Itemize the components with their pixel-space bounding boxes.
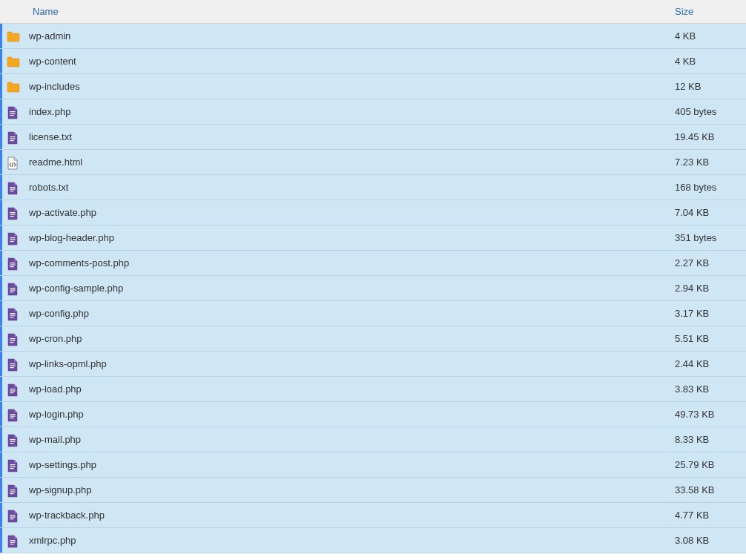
file-size: 33.58 KB: [675, 478, 746, 503]
table-row[interactable]: wp-links-opml.php2.44 KB: [0, 352, 746, 377]
file-icon: [7, 283, 20, 294]
folder-icon: [7, 56, 20, 67]
svg-rect-49: [10, 541, 16, 542]
table-row[interactable]: xmlrpc.php3.08 KB: [0, 528, 746, 553]
file-size: 7.04 KB: [675, 200, 746, 225]
svg-rect-42: [10, 490, 16, 490]
svg-rect-15: [10, 263, 16, 263]
svg-rect-18: [10, 288, 16, 289]
file-size: 4 KB: [675, 24, 746, 49]
table-row[interactable]: wp-signup.php33.58 KB: [0, 478, 746, 503]
file-name[interactable]: readme.html: [22, 150, 675, 175]
table-row[interactable]: wp-config-sample.php2.94 KB: [0, 276, 746, 301]
file-icon: [7, 409, 20, 421]
svg-rect-27: [10, 363, 16, 364]
svg-rect-9: [10, 212, 16, 213]
file-icon: [7, 308, 20, 320]
svg-rect-21: [10, 313, 16, 314]
file-size: 19.45 KB: [675, 125, 746, 150]
svg-rect-17: [10, 266, 14, 267]
table-row[interactable]: robots.txt168 bytes: [0, 175, 746, 200]
table-row[interactable]: wp-cron.php5.51 KB: [0, 326, 746, 352]
file-name[interactable]: xmlrpc.php: [22, 528, 675, 553]
file-icon: [7, 106, 20, 118]
table-row[interactable]: wp-settings.php25.79 KB: [0, 452, 746, 478]
table-row[interactable]: wp-includes12 KB: [0, 74, 746, 99]
svg-rect-30: [10, 389, 16, 389]
column-header-name[interactable]: Name: [0, 0, 675, 24]
svg-rect-40: [10, 466, 16, 467]
file-name[interactable]: wp-mail.php: [22, 427, 675, 452]
file-name[interactable]: wp-config-sample.php: [22, 276, 675, 301]
svg-rect-7: [10, 188, 16, 189]
file-icon: [7, 131, 20, 143]
svg-rect-24: [10, 338, 16, 339]
file-name[interactable]: wp-links-opml.php: [22, 352, 675, 377]
file-size: 168 bytes: [675, 175, 746, 200]
file-name[interactable]: wp-config.php: [22, 301, 675, 326]
svg-rect-44: [10, 493, 14, 494]
svg-rect-33: [10, 414, 16, 415]
table-row[interactable]: wp-content4 KB: [0, 49, 746, 74]
table-row[interactable]: wp-config.php3.17 KB: [0, 301, 746, 326]
file-name[interactable]: wp-settings.php: [22, 452, 675, 478]
svg-rect-14: [10, 241, 14, 242]
file-name[interactable]: wp-comments-post.php: [22, 251, 675, 276]
table-row[interactable]: wp-blog-header.php351 bytes: [0, 225, 746, 251]
file-name[interactable]: wp-login.php: [22, 402, 675, 427]
svg-rect-38: [10, 443, 14, 444]
file-size: 49.73 KB: [675, 402, 746, 427]
file-list-table: Name Size wp-admin4 KBwp-content4 KBwp-i…: [0, 0, 746, 553]
file-size: 351 bytes: [675, 225, 746, 251]
file-name[interactable]: wp-content: [22, 49, 675, 74]
table-row[interactable]: wp-login.php49.73 KB: [0, 402, 746, 427]
file-name[interactable]: wp-load.php: [22, 377, 675, 402]
file-name[interactable]: wp-includes: [22, 74, 675, 99]
file-name[interactable]: wp-cron.php: [22, 326, 675, 352]
file-size: 3.08 KB: [675, 528, 746, 553]
file-name[interactable]: license.txt: [22, 125, 675, 150]
table-row[interactable]: wp-comments-post.php2.27 KB: [0, 251, 746, 276]
folder-icon: [7, 30, 20, 42]
file-icon: [7, 182, 20, 194]
table-row[interactable]: wp-activate.php7.04 KB: [0, 200, 746, 225]
file-icon: [7, 510, 20, 521]
table-row[interactable]: index.php405 bytes: [0, 99, 746, 125]
file-name[interactable]: wp-signup.php: [22, 478, 675, 503]
file-icon: [7, 383, 20, 395]
svg-rect-39: [10, 464, 16, 465]
file-name[interactable]: wp-blog-header.php: [22, 225, 675, 251]
svg-rect-20: [10, 291, 14, 292]
table-row[interactable]: readme.html7.23 KB: [0, 150, 746, 175]
file-size: 3.83 KB: [675, 377, 746, 402]
file-size: 2.94 KB: [675, 276, 746, 301]
svg-rect-11: [10, 216, 14, 217]
file-size: 25.79 KB: [675, 452, 746, 478]
file-name[interactable]: index.php: [22, 99, 675, 125]
column-header-size[interactable]: Size: [675, 0, 746, 24]
file-size: 12 KB: [675, 74, 746, 99]
table-row[interactable]: wp-admin4 KB: [0, 24, 746, 49]
table-row[interactable]: wp-mail.php8.33 KB: [0, 427, 746, 452]
file-size: 405 bytes: [675, 99, 746, 125]
svg-rect-46: [10, 516, 16, 517]
table-row[interactable]: license.txt19.45 KB: [0, 125, 746, 150]
table-row[interactable]: wp-load.php3.83 KB: [0, 377, 746, 402]
svg-rect-37: [10, 441, 16, 441]
file-size: 3.17 KB: [675, 301, 746, 326]
file-size: 8.33 KB: [675, 427, 746, 452]
file-name[interactable]: wp-trackback.php: [22, 503, 675, 528]
svg-rect-16: [10, 264, 16, 265]
svg-rect-31: [10, 390, 16, 391]
file-icon: [7, 484, 20, 496]
svg-rect-32: [10, 392, 14, 393]
svg-rect-47: [10, 518, 14, 519]
file-name[interactable]: wp-activate.php: [22, 200, 675, 225]
table-row[interactable]: wp-trackback.php4.77 KB: [0, 503, 746, 528]
file-name[interactable]: robots.txt: [22, 175, 675, 200]
svg-rect-25: [10, 340, 16, 340]
svg-rect-29: [10, 367, 14, 368]
table-header-row: Name Size: [0, 0, 746, 24]
file-name[interactable]: wp-admin: [22, 24, 675, 49]
file-size: 5.51 KB: [675, 326, 746, 352]
